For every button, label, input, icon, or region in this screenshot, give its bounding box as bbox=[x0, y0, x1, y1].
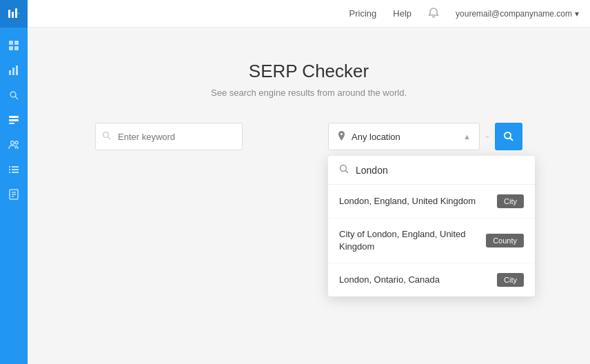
dropdown-search-input[interactable] bbox=[356, 165, 524, 176]
sidebar bbox=[0, 0, 28, 364]
notification-bell-icon[interactable] bbox=[428, 7, 439, 21]
svg-point-16 bbox=[11, 141, 14, 145]
svg-point-30 bbox=[340, 165, 347, 172]
sidebar-icon-list[interactable] bbox=[0, 157, 28, 182]
search-button[interactable] bbox=[495, 123, 522, 150]
svg-rect-2 bbox=[15, 8, 17, 18]
location-select: Any location ▲ bbox=[328, 123, 480, 150]
dropdown-item-text: London, Ontario, Canada bbox=[339, 274, 440, 286]
page-subtitle: See search engine results from around th… bbox=[211, 88, 407, 98]
svg-point-11 bbox=[10, 92, 16, 97]
svg-rect-19 bbox=[12, 166, 19, 168]
dropdown-item-badge: County bbox=[486, 234, 524, 247]
location-select-button[interactable]: Any location ▲ bbox=[328, 123, 480, 150]
topnav: Pricing Help youremail@companyname.com ▾ bbox=[28, 0, 590, 28]
svg-point-17 bbox=[15, 141, 18, 144]
svg-point-28 bbox=[103, 132, 109, 138]
svg-rect-14 bbox=[9, 119, 19, 121]
svg-rect-1 bbox=[12, 12, 14, 18]
sidebar-icon-users[interactable] bbox=[0, 132, 28, 157]
svg-line-29 bbox=[108, 137, 111, 140]
sidebar-icon-analytics[interactable] bbox=[0, 58, 28, 83]
dropdown-item-text: City of London, England, United Kingdom bbox=[339, 228, 486, 253]
svg-rect-6 bbox=[9, 46, 13, 50]
sidebar-icon-dashboard[interactable] bbox=[0, 33, 28, 58]
dropdown-result-item[interactable]: City of London, England, United Kingdom … bbox=[328, 219, 535, 263]
location-dropdown: London, England, United Kingdom City Cit… bbox=[328, 156, 535, 296]
svg-line-33 bbox=[510, 138, 513, 141]
main-content: Pricing Help youremail@companyname.com ▾… bbox=[28, 0, 590, 364]
svg-rect-0 bbox=[8, 10, 10, 18]
search-row: Any location ▲ bbox=[95, 123, 522, 150]
sidebar-icon-reports[interactable] bbox=[0, 182, 28, 207]
dash-separator: - bbox=[485, 130, 489, 144]
location-chevron-icon: ▲ bbox=[463, 132, 471, 141]
svg-rect-8 bbox=[9, 70, 11, 75]
svg-rect-21 bbox=[12, 169, 19, 170]
sidebar-icon-serp[interactable] bbox=[0, 108, 28, 132]
dropdown-results: London, England, United Kingdom City Cit… bbox=[328, 185, 535, 296]
location-label: Any location bbox=[352, 132, 400, 142]
dropdown-item-badge: City bbox=[497, 273, 524, 287]
keyword-wrapper bbox=[95, 123, 323, 150]
keyword-search-icon bbox=[102, 131, 111, 142]
dropdown-search-icon bbox=[339, 164, 349, 176]
svg-rect-9 bbox=[12, 68, 14, 75]
svg-line-31 bbox=[346, 171, 349, 174]
svg-rect-22 bbox=[9, 172, 10, 173]
sidebar-logo[interactable] bbox=[0, 0, 28, 28]
help-link[interactable]: Help bbox=[393, 8, 411, 19]
dropdown-item-text: London, England, United Kingdom bbox=[339, 195, 476, 208]
location-pin-icon bbox=[337, 131, 346, 143]
svg-rect-13 bbox=[9, 116, 19, 118]
dropdown-item-badge: City bbox=[497, 194, 524, 208]
user-email[interactable]: youremail@companyname.com ▾ bbox=[456, 9, 579, 19]
page-content: SERP Checker See search engine results f… bbox=[28, 28, 590, 364]
page-title: SERP Checker bbox=[249, 61, 369, 82]
svg-rect-3 bbox=[19, 13, 19, 14]
svg-rect-18 bbox=[9, 166, 10, 168]
svg-rect-7 bbox=[14, 46, 19, 50]
dropdown-search-row bbox=[328, 156, 535, 185]
dropdown-result-item[interactable]: London, England, United Kingdom City bbox=[328, 185, 535, 219]
dropdown-result-item[interactable]: London, Ontario, Canada City bbox=[328, 263, 535, 296]
pricing-link[interactable]: Pricing bbox=[349, 8, 377, 19]
svg-rect-4 bbox=[9, 41, 13, 45]
svg-line-12 bbox=[15, 97, 18, 99]
svg-rect-15 bbox=[9, 123, 14, 124]
svg-point-32 bbox=[505, 132, 511, 139]
chevron-down-icon: ▾ bbox=[575, 9, 579, 19]
sidebar-icon-search[interactable] bbox=[0, 83, 28, 108]
svg-rect-10 bbox=[16, 65, 18, 75]
svg-rect-23 bbox=[12, 172, 19, 173]
svg-rect-5 bbox=[14, 41, 19, 45]
keyword-input[interactable] bbox=[95, 123, 243, 150]
svg-rect-20 bbox=[9, 169, 10, 170]
